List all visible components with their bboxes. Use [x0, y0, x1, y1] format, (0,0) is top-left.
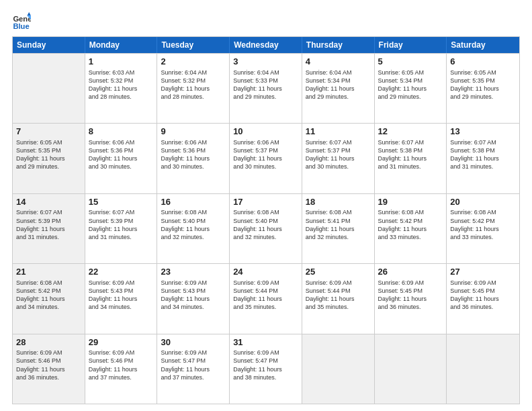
- cell-info-line: Sunset: 5:39 PM: [89, 217, 154, 225]
- cell-info-line: Sunrise: 6:05 AM: [450, 68, 516, 77]
- cell-info-line: and 29 minutes.: [306, 93, 371, 101]
- cell-info-line: Sunset: 5:35 PM: [450, 77, 516, 85]
- weekday-header-tuesday: Tuesday: [157, 37, 230, 53]
- cell-info-line: Daylight: 11 hours: [161, 85, 226, 93]
- day-number: 24: [233, 267, 298, 277]
- day-cell-empty: [447, 334, 519, 404]
- day-cell-22: 22Sunrise: 6:09 AMSunset: 5:43 PMDayligh…: [85, 264, 158, 333]
- cell-info-line: Sunrise: 6:04 AM: [161, 68, 226, 77]
- cell-info-line: and 28 minutes.: [161, 93, 226, 101]
- cell-info-line: Sunrise: 6:09 AM: [306, 279, 371, 287]
- cell-info-line: Sunrise: 6:06 AM: [161, 138, 226, 146]
- cell-info-line: and 31 minutes.: [378, 163, 443, 171]
- day-cell-4: 4Sunrise: 6:04 AMSunset: 5:34 PMDaylight…: [302, 54, 375, 123]
- day-cell-19: 19Sunrise: 6:08 AMSunset: 5:42 PMDayligh…: [375, 194, 447, 263]
- cell-info-line: Sunset: 5:44 PM: [306, 287, 371, 295]
- day-cell-30: 30Sunrise: 6:09 AMSunset: 5:47 PMDayligh…: [157, 334, 230, 404]
- cell-info-line: and 29 minutes.: [450, 93, 516, 101]
- day-cell-16: 16Sunrise: 6:08 AMSunset: 5:40 PMDayligh…: [157, 194, 230, 263]
- day-cell-empty: [13, 54, 85, 123]
- cell-info-line: Daylight: 11 hours: [161, 295, 226, 303]
- day-cell-13: 13Sunrise: 6:07 AMSunset: 5:38 PMDayligh…: [447, 124, 519, 193]
- day-number: 14: [16, 197, 81, 208]
- day-cell-21: 21Sunrise: 6:08 AMSunset: 5:42 PMDayligh…: [13, 264, 85, 333]
- cell-info-line: Daylight: 11 hours: [89, 85, 154, 93]
- cell-info-line: Daylight: 11 hours: [89, 365, 154, 373]
- day-number: 13: [450, 126, 516, 137]
- cell-info-line: and 36 minutes.: [378, 303, 443, 311]
- logo-icon: General Blue: [12, 12, 31, 31]
- day-number: 10: [233, 126, 298, 137]
- cell-info-line: Sunset: 5:35 PM: [16, 146, 81, 154]
- calendar-row-2: 14Sunrise: 6:07 AMSunset: 5:39 PMDayligh…: [13, 193, 519, 263]
- cell-info-line: and 38 minutes.: [233, 373, 298, 381]
- calendar-row-1: 7Sunrise: 6:05 AMSunset: 5:35 PMDaylight…: [13, 123, 519, 193]
- cell-info-line: Sunrise: 6:06 AM: [233, 138, 298, 146]
- cell-info-line: Sunrise: 6:09 AM: [16, 349, 81, 357]
- day-cell-27: 27Sunrise: 6:09 AMSunset: 5:45 PMDayligh…: [447, 264, 519, 333]
- cell-info-line: Sunset: 5:37 PM: [306, 146, 371, 154]
- cell-info-line: Sunrise: 6:09 AM: [161, 349, 226, 357]
- cell-info-line: Sunset: 5:47 PM: [233, 357, 298, 365]
- calendar-row-4: 28Sunrise: 6:09 AMSunset: 5:46 PMDayligh…: [13, 334, 519, 404]
- day-number: 22: [89, 267, 154, 277]
- cell-info-line: and 31 minutes.: [16, 233, 81, 241]
- cell-info-line: Sunset: 5:43 PM: [89, 287, 154, 295]
- day-number: 20: [450, 197, 516, 208]
- calendar-body: 1Sunrise: 6:03 AMSunset: 5:32 PMDaylight…: [13, 53, 519, 404]
- cell-info-line: and 37 minutes.: [161, 373, 226, 381]
- cell-info-line: Sunrise: 6:04 AM: [233, 68, 298, 77]
- cell-info-line: Sunset: 5:40 PM: [161, 217, 226, 225]
- day-number: 31: [233, 337, 298, 348]
- cell-info-line: Daylight: 11 hours: [233, 365, 298, 373]
- weekday-header-sunday: Sunday: [13, 37, 85, 53]
- cell-info-line: and 36 minutes.: [16, 373, 81, 381]
- cell-info-line: Daylight: 11 hours: [233, 295, 298, 303]
- cell-info-line: and 34 minutes.: [161, 303, 226, 311]
- cell-info-line: Sunrise: 6:07 AM: [16, 208, 81, 216]
- day-cell-2: 2Sunrise: 6:04 AMSunset: 5:32 PMDaylight…: [157, 54, 230, 123]
- day-number: 18: [306, 197, 371, 208]
- cell-info-line: and 31 minutes.: [450, 163, 516, 171]
- cell-info-line: Sunrise: 6:07 AM: [306, 138, 371, 146]
- weekday-header-friday: Friday: [375, 37, 447, 53]
- cell-info-line: and 30 minutes.: [233, 163, 298, 171]
- weekday-header-monday: Monday: [85, 37, 158, 53]
- cell-info-line: Daylight: 11 hours: [378, 154, 443, 163]
- cell-info-line: Daylight: 11 hours: [306, 154, 371, 163]
- cell-info-line: Sunset: 5:42 PM: [378, 217, 443, 225]
- cell-info-line: Daylight: 11 hours: [450, 154, 516, 163]
- cell-info-line: and 30 minutes.: [306, 163, 371, 171]
- day-cell-18: 18Sunrise: 6:08 AMSunset: 5:41 PMDayligh…: [302, 194, 375, 263]
- day-cell-31: 31Sunrise: 6:09 AMSunset: 5:47 PMDayligh…: [230, 334, 302, 404]
- cell-info-line: Sunset: 5:46 PM: [89, 357, 154, 365]
- cell-info-line: and 34 minutes.: [16, 303, 81, 311]
- cell-info-line: Sunset: 5:41 PM: [306, 217, 371, 225]
- cell-info-line: Sunset: 5:36 PM: [89, 146, 154, 154]
- cell-info-line: Daylight: 11 hours: [161, 225, 226, 233]
- cell-info-line: Sunset: 5:34 PM: [378, 77, 443, 85]
- day-number: 30: [161, 337, 226, 348]
- day-number: 8: [89, 126, 154, 137]
- cell-info-line: Sunrise: 6:09 AM: [233, 349, 298, 357]
- calendar-row-0: 1Sunrise: 6:03 AMSunset: 5:32 PMDaylight…: [13, 53, 519, 123]
- cell-info-line: Daylight: 11 hours: [450, 225, 516, 233]
- day-cell-11: 11Sunrise: 6:07 AMSunset: 5:37 PMDayligh…: [302, 124, 375, 193]
- cell-info-line: and 37 minutes.: [89, 373, 154, 381]
- cell-info-line: Daylight: 11 hours: [306, 225, 371, 233]
- day-cell-29: 29Sunrise: 6:09 AMSunset: 5:46 PMDayligh…: [85, 334, 158, 404]
- cell-info-line: Sunset: 5:47 PM: [161, 357, 226, 365]
- cell-info-line: Daylight: 11 hours: [161, 154, 226, 163]
- calendar-header: SundayMondayTuesdayWednesdayThursdayFrid…: [13, 37, 519, 53]
- cell-info-line: Sunrise: 6:09 AM: [233, 279, 298, 287]
- cell-info-line: Sunrise: 6:04 AM: [306, 68, 371, 77]
- day-cell-7: 7Sunrise: 6:05 AMSunset: 5:35 PMDaylight…: [13, 124, 85, 193]
- cell-info-line: Sunset: 5:44 PM: [233, 287, 298, 295]
- weekday-header-wednesday: Wednesday: [230, 37, 302, 53]
- cell-info-line: Daylight: 11 hours: [450, 85, 516, 93]
- day-number: 23: [161, 267, 226, 277]
- cell-info-line: Daylight: 11 hours: [233, 85, 298, 93]
- cell-info-line: Sunrise: 6:09 AM: [378, 279, 443, 287]
- day-cell-14: 14Sunrise: 6:07 AMSunset: 5:39 PMDayligh…: [13, 194, 85, 263]
- day-cell-17: 17Sunrise: 6:08 AMSunset: 5:40 PMDayligh…: [230, 194, 302, 263]
